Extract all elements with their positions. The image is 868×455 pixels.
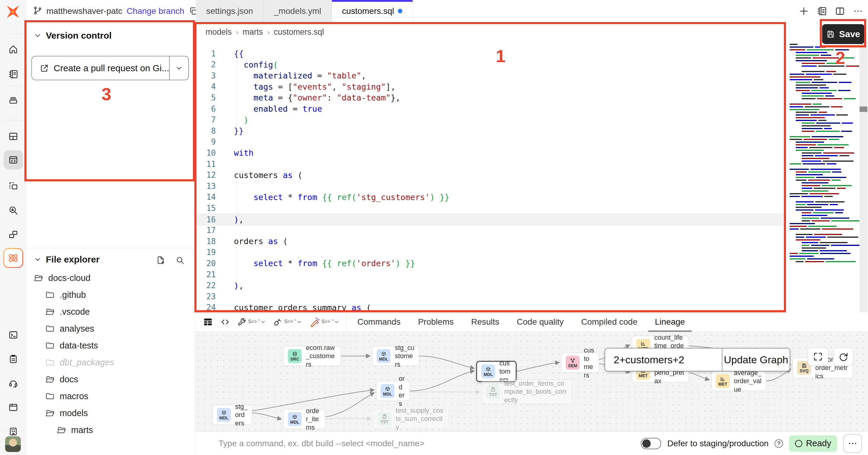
new-file-icon[interactable] xyxy=(156,256,165,265)
code-line-12[interactable]: 12customers as ( xyxy=(195,170,786,181)
code-line-9[interactable]: 9 xyxy=(195,136,786,147)
file-tree-item-data-tests[interactable]: data-tests xyxy=(27,337,195,354)
code-line-1[interactable]: 1{{ xyxy=(195,48,786,59)
bottom-tab-compiled-code[interactable]: Compiled code xyxy=(581,312,638,332)
sidebar-item-stack[interactable] xyxy=(4,90,23,110)
chevron-down-icon[interactable] xyxy=(34,32,41,39)
lineage-node-customers[interactable]: SEMcustomers xyxy=(561,353,599,373)
lineage-node-stg_orders[interactable]: MDLstg_orders xyxy=(213,405,252,425)
breadcrumb-item[interactable]: customers.sql xyxy=(274,27,324,37)
sidebar-item-audit[interactable] xyxy=(4,201,23,220)
lineage-node-stg_customers[interactable]: MDLstg_customers xyxy=(372,346,419,366)
preview-table-icon[interactable] xyxy=(203,317,213,327)
code-line-11[interactable]: 11 xyxy=(195,159,786,170)
sidebar-item-fusion[interactable] xyxy=(3,248,23,268)
tab-customers.sql[interactable]: customers.sql xyxy=(332,0,413,22)
code-line-3[interactable]: 3 materialized = "table", xyxy=(195,70,786,81)
lineage-node-ecom.raw_customers[interactable]: SRCecom.raw_customers xyxy=(283,346,341,366)
more-icon[interactable] xyxy=(853,6,863,16)
change-branch-link[interactable]: Change branch xyxy=(127,6,184,16)
bottom-tab-results[interactable]: Results xyxy=(471,312,499,332)
command-input[interactable]: Type a command, ex. dbt build --select <… xyxy=(218,439,641,448)
bottom-tab-code-quality[interactable]: Code quality xyxy=(517,312,564,332)
code-line-21[interactable]: 21 xyxy=(195,269,786,280)
lineage-canvas[interactable]: SRCecom.raw_customersMDLstg_customersMDL… xyxy=(195,332,868,431)
lineage-selector-input[interactable]: 2+customers+2 xyxy=(605,348,722,371)
sidebar-item-dashboard[interactable] xyxy=(4,127,23,146)
more-options-button[interactable] xyxy=(843,434,862,453)
dbt-logo-icon[interactable] xyxy=(5,4,21,20)
file-tree-item-macros[interactable]: macros xyxy=(27,388,195,405)
code-line-16[interactable]: 16), xyxy=(195,214,786,225)
code-line-15[interactable]: 15 xyxy=(195,202,786,214)
sidebar-item-notebook[interactable] xyxy=(4,64,23,84)
code-line-24[interactable]: 24customer_orders_summary as ( xyxy=(195,302,786,313)
tab-_models.yml[interactable]: _models.yml xyxy=(264,0,332,22)
sidebar-item-home[interactable] xyxy=(4,40,23,59)
chevron-down-icon[interactable]: S=> '' xyxy=(248,319,266,325)
code-icon[interactable] xyxy=(220,317,230,327)
lineage-node-customers[interactable]: MDLcustomers xyxy=(476,361,517,382)
code-line-20[interactable]: 20 select * from {{ ref('orders') }} xyxy=(195,258,786,269)
code-line-22[interactable]: 22), xyxy=(195,280,786,291)
outline-icon[interactable] xyxy=(817,6,827,16)
breadcrumb-item[interactable]: marts xyxy=(243,27,263,37)
lineage-node-test_supply_costs_sum_correctly[interactable]: TSTtest_supply_costs_sum_correctly xyxy=(373,409,448,428)
save-button[interactable]: Save xyxy=(822,24,864,44)
bottom-tab-lineage[interactable]: Lineage xyxy=(655,312,685,332)
code-line-13[interactable]: 13 xyxy=(195,180,786,192)
code-line-7[interactable]: 7 ) xyxy=(195,114,786,125)
fullscreen-button[interactable] xyxy=(808,348,828,366)
sidebar-item-frame[interactable] xyxy=(4,176,23,196)
chevron-down-icon[interactable]: S=> '' xyxy=(321,319,340,325)
sidebar-item-windows[interactable] xyxy=(4,225,23,244)
sidebar-item-checklist[interactable] xyxy=(4,349,23,369)
chevron-down-icon[interactable]: S=> '' xyxy=(284,319,302,325)
search-icon[interactable] xyxy=(176,256,184,265)
build-tools-icon[interactable]: S=> '' xyxy=(237,317,266,326)
split-view-icon[interactable] xyxy=(835,6,845,16)
lineage-node-average_order_value[interactable]: METaverage_order_value xyxy=(711,371,766,391)
defer-toggle[interactable] xyxy=(641,438,661,449)
lineage-node-test_order_items_compute_to_bools_correctly[interactable]: TSTtest_order_items_compute_to_bools_cor… xyxy=(482,379,572,404)
file-tree-item-.github[interactable]: .github xyxy=(27,286,195,303)
breadcrumb-item[interactable]: models xyxy=(206,27,232,37)
code-line-18[interactable]: 18orders as ( xyxy=(195,236,786,247)
user-avatar[interactable] xyxy=(5,436,21,452)
ai-fix-icon[interactable]: S=> '' xyxy=(310,317,340,327)
code-line-10[interactable]: 10with xyxy=(195,147,786,159)
file-tree-item-models[interactable]: models xyxy=(27,405,195,422)
file-tree-item-dbt_packages[interactable]: dbt_packages xyxy=(27,354,195,371)
sidebar-item-code-editor[interactable] xyxy=(4,150,23,170)
format-icon[interactable]: S=> '' xyxy=(273,317,302,326)
code-line-17[interactable]: 17 xyxy=(195,225,786,236)
code-line-19[interactable]: 19 xyxy=(195,247,786,258)
help-icon[interactable]: ? xyxy=(775,439,783,448)
scrollbar-thumb[interactable] xyxy=(860,107,867,112)
update-graph-button[interactable]: Update Graph xyxy=(722,348,789,371)
editor-scrollbar[interactable] xyxy=(860,42,867,312)
minimap[interactable] xyxy=(789,44,860,303)
chevron-down-icon[interactable] xyxy=(34,256,41,263)
add-icon[interactable] xyxy=(799,6,809,16)
sidebar-item-terminal[interactable] xyxy=(4,325,23,345)
lineage-node-order_items[interactable]: MDLorder_items xyxy=(283,409,326,429)
code-line-23[interactable]: 23 xyxy=(195,291,786,302)
bottom-tab-commands[interactable]: Commands xyxy=(358,312,401,332)
create-pr-button[interactable]: Create a pull request on Gi... xyxy=(31,56,189,80)
sidebar-item-browser[interactable] xyxy=(4,398,23,417)
sidebar-item-support[interactable] xyxy=(4,373,23,393)
bottom-tab-problems[interactable]: Problems xyxy=(418,312,454,332)
code-line-6[interactable]: 6 enabled = true xyxy=(195,103,786,114)
file-tree-item-analyses[interactable]: analyses xyxy=(27,320,195,337)
file-tree-item-marts[interactable]: marts xyxy=(27,422,195,438)
code-line-14[interactable]: 14 select * from {{ ref('stg_customers')… xyxy=(195,192,786,203)
code-line-2[interactable]: 2 config( xyxy=(195,59,786,70)
lineage-node-orders[interactable]: MDLorders xyxy=(376,381,410,401)
code-line-8[interactable]: 8}} xyxy=(195,125,786,136)
tab-settings.json[interactable]: settings.json xyxy=(196,0,264,22)
file-tree-item-docs[interactable]: docs xyxy=(27,371,195,388)
code-line-5[interactable]: 5 meta = {"owner": "data-team"}, xyxy=(195,92,786,103)
file-tree-item-.vscode[interactable]: .vscode xyxy=(27,303,195,320)
code-line-4[interactable]: 4 tags = ["events", "staging"], xyxy=(195,81,786,92)
